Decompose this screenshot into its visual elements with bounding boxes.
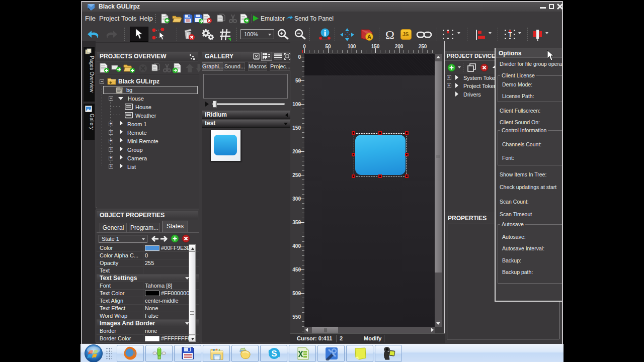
svg-text:A: A (367, 34, 371, 40)
svg-text:T: T (508, 31, 512, 38)
svg-text:Ω: Ω (385, 28, 394, 41)
svg-text:S: S (271, 349, 277, 358)
